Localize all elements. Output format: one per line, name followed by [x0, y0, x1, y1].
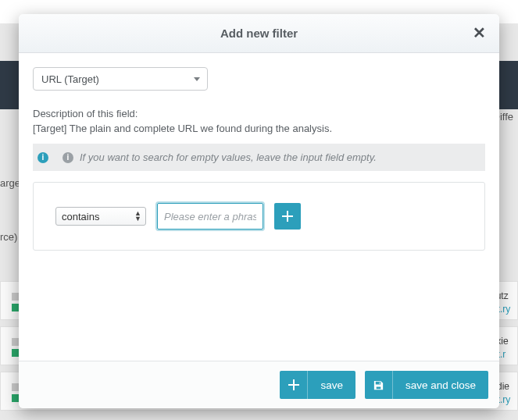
phrase-input[interactable] [157, 203, 263, 230]
add-condition-button[interactable] [274, 203, 301, 230]
field-description: Description of this field: [Target] The … [33, 108, 485, 134]
info-icon: i [63, 152, 73, 163]
save-button-label: save [308, 371, 355, 399]
modal-header: Add new filter ✕ [19, 14, 499, 53]
field-dropdown-value: URL (Target) [41, 73, 99, 85]
description-heading: Description of this field: [33, 108, 485, 119]
hint-text: If you want to search for empty values, … [80, 151, 377, 163]
hint-bar: i i If you want to search for empty valu… [33, 144, 485, 171]
save-and-close-button-label: save and close [393, 371, 488, 399]
chevron-down-icon [194, 77, 200, 81]
add-filter-modal: Add new filter ✕ URL (Target) Descriptio… [19, 14, 499, 408]
updown-icon: ▲▼ [134, 211, 141, 222]
plus-icon [280, 371, 308, 399]
operator-select-value: contains [62, 211, 99, 222]
save-button[interactable]: save [280, 371, 355, 399]
bg-text-fragment: rce) [0, 231, 17, 243]
description-text: [Target] The plain and complete URL we f… [33, 123, 485, 134]
plus-icon [282, 211, 293, 222]
filter-condition-card: contains ▲▼ [33, 182, 485, 251]
modal-body: URL (Target) Description of this field: … [19, 53, 499, 361]
close-button[interactable]: ✕ [470, 23, 488, 42]
save-icon [365, 371, 393, 399]
info-icon: i [38, 152, 48, 163]
operator-select[interactable]: contains ▲▼ [55, 207, 146, 226]
save-and-close-button[interactable]: save and close [365, 371, 488, 399]
field-dropdown[interactable]: URL (Target) [33, 67, 208, 91]
modal-title: Add new filter [220, 27, 298, 40]
modal-footer: save save and close [19, 361, 499, 408]
close-icon: ✕ [473, 24, 486, 41]
